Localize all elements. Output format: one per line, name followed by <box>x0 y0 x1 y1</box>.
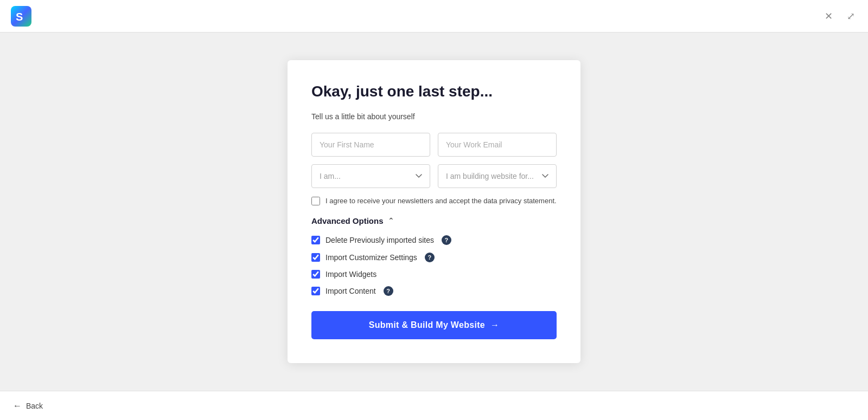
bottom-bar: ← Back <box>0 391 868 420</box>
import-customizer-help-icon[interactable]: ? <box>425 253 435 262</box>
logo-area: S <box>11 6 31 27</box>
back-label: Back <box>26 402 43 410</box>
advanced-options-list: Delete Previously imported sites ? Impor… <box>311 235 557 296</box>
external-link-button[interactable]: ⤢ <box>845 8 857 24</box>
chevron-up-icon: ⌃ <box>388 216 394 225</box>
delete-sites-label: Delete Previously imported sites <box>326 236 434 244</box>
advanced-options-title: Advanced Options <box>311 216 384 225</box>
building-select[interactable]: I am building website for... A Client My… <box>438 164 557 188</box>
import-widgets-label: Import Widgets <box>326 270 376 279</box>
back-arrow-icon: ← <box>13 401 22 411</box>
svg-text:S: S <box>16 11 23 23</box>
newsletter-label: I agree to receive your newsletters and … <box>326 196 557 206</box>
role-building-row: I am... Developer Designer Business Owne… <box>311 164 557 188</box>
name-email-row <box>311 133 557 157</box>
import-content-help-icon[interactable]: ? <box>384 286 393 296</box>
submit-button[interactable]: Submit & Build My Website → <box>311 311 557 339</box>
submit-arrow-icon: → <box>490 320 499 330</box>
import-widgets-checkbox[interactable] <box>311 270 320 279</box>
adv-option-row-3: Import Widgets <box>311 270 557 279</box>
adv-option-row-1: Delete Previously imported sites ? <box>311 235 557 245</box>
card-subtitle: Tell us a little bit about yourself <box>311 112 557 121</box>
import-customizer-label: Import Customizer Settings <box>326 253 417 262</box>
main-content: Okay, just one last step... Tell us a li… <box>0 33 868 391</box>
card-title: Okay, just one last step... <box>311 82 557 101</box>
import-content-checkbox[interactable] <box>311 287 320 295</box>
role-select[interactable]: I am... Developer Designer Business Owne… <box>311 164 430 188</box>
advanced-options-toggle[interactable]: Advanced Options ⌃ <box>311 216 557 225</box>
adv-option-row-2: Import Customizer Settings ? <box>311 253 557 262</box>
import-content-label: Import Content <box>326 287 376 295</box>
top-bar-actions: ✕ ⤢ <box>822 8 857 24</box>
onboarding-card: Okay, just one last step... Tell us a li… <box>288 60 580 363</box>
close-button[interactable]: ✕ <box>822 8 835 24</box>
import-customizer-checkbox[interactable] <box>311 253 320 262</box>
adv-option-row-4: Import Content ? <box>311 286 557 296</box>
app-logo: S <box>11 6 31 27</box>
delete-sites-help-icon[interactable]: ? <box>442 235 451 245</box>
first-name-input[interactable] <box>311 133 430 157</box>
newsletter-checkbox[interactable] <box>311 197 320 205</box>
top-bar: S ✕ ⤢ <box>0 0 868 33</box>
submit-label: Submit & Build My Website <box>369 320 485 330</box>
newsletter-checkbox-row: I agree to receive your newsletters and … <box>311 196 557 206</box>
delete-sites-checkbox[interactable] <box>311 236 320 244</box>
work-email-input[interactable] <box>438 133 557 157</box>
back-button[interactable]: ← Back <box>13 401 43 411</box>
